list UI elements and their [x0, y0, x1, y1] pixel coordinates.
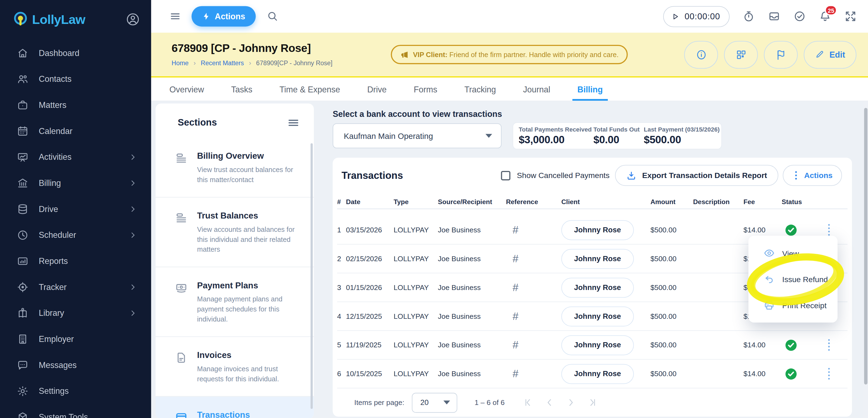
- task-check-icon[interactable]: [793, 10, 806, 23]
- cell-type: LOLLYPAY: [394, 312, 438, 320]
- menu-item-print-receipt[interactable]: Print Receipt: [748, 292, 838, 318]
- timer-widget[interactable]: 00:00:00: [663, 6, 730, 27]
- search-icon[interactable]: [267, 10, 278, 22]
- section-item-trust-balances[interactable]: Trust Balances View accounts and balance…: [156, 198, 314, 267]
- client-pill[interactable]: Johnny Rose: [561, 335, 633, 355]
- prev-page-button[interactable]: [545, 398, 554, 408]
- reference-hash-icon: #: [506, 368, 519, 379]
- inbox-icon[interactable]: [768, 10, 781, 23]
- chevron-right-icon: [129, 179, 136, 187]
- show-cancelled-toggle[interactable]: Show Cancelled Payments: [501, 171, 610, 180]
- breadcrumb-home[interactable]: Home: [172, 60, 188, 66]
- fullscreen-icon[interactable]: [844, 10, 857, 23]
- bank-icon: [17, 176, 29, 189]
- sidebar-item-scheduler[interactable]: Scheduler: [0, 222, 151, 248]
- sidebar-item-employer[interactable]: Employer: [0, 326, 151, 352]
- client-pill[interactable]: Johnny Rose: [561, 249, 633, 268]
- chevron-right-icon: ›: [249, 59, 251, 67]
- chevron-right-icon: [129, 309, 136, 317]
- breadcrumb-recent-matters[interactable]: Recent Matters: [201, 60, 244, 66]
- stopwatch-icon[interactable]: [742, 10, 755, 23]
- section-item-invoices[interactable]: Invoices Manage invoices and trust reque…: [156, 337, 314, 397]
- client-pill[interactable]: Johnny Rose: [561, 306, 633, 326]
- sidebar-item-calendar[interactable]: Calendar: [0, 118, 151, 144]
- sidebar-item-contacts[interactable]: Contacts: [0, 66, 151, 92]
- status-paid-icon: [785, 339, 797, 351]
- qr-code-button[interactable]: [724, 41, 758, 68]
- stat-label: Total Funds Out: [593, 126, 636, 133]
- sections-scrollbar[interactable]: [311, 143, 313, 409]
- cube-icon: [17, 411, 29, 418]
- menu-item-view[interactable]: View: [748, 240, 838, 266]
- tab-journal[interactable]: Journal: [523, 77, 550, 101]
- table-row[interactable]: 6 10/15/2025 LOLLYPAY Joe Business # Joh…: [337, 360, 847, 388]
- page-size-select[interactable]: 20: [412, 392, 457, 412]
- client-pill[interactable]: Johnny Rose: [561, 220, 633, 240]
- tab-time-expense[interactable]: Time & Expense: [280, 77, 340, 101]
- section-item-transactions[interactable]: Transactions View history of funds flow …: [156, 397, 314, 418]
- matter-banner: 678909 [CP - Johnny Rose] Home › Recent …: [151, 33, 868, 77]
- client-pill[interactable]: Johnny Rose: [561, 278, 633, 297]
- col-num: #: [337, 198, 346, 205]
- sidebar-item-label: Library: [39, 308, 64, 318]
- client-pill[interactable]: Johnny Rose: [561, 364, 633, 384]
- vip-label: VIP Client:: [413, 51, 447, 58]
- timer-value: 00:00:00: [684, 11, 720, 22]
- tab-tracking[interactable]: Tracking: [464, 77, 496, 101]
- tab-drive[interactable]: Drive: [367, 77, 386, 101]
- export-report-button[interactable]: Export Transaction Details Report: [615, 165, 778, 186]
- next-page-button[interactable]: [566, 398, 576, 408]
- tab-billing[interactable]: Billing: [577, 77, 602, 101]
- stat-last-payment: Last Payment (03/15/2026) $500.00: [644, 126, 720, 149]
- sidebar-item-matters[interactable]: Matters: [0, 92, 151, 118]
- account-icon[interactable]: [126, 12, 140, 27]
- app-logo[interactable]: LollyLaw: [12, 11, 85, 28]
- show-cancelled-checkbox[interactable]: [501, 171, 510, 180]
- tab-forms[interactable]: Forms: [413, 77, 437, 101]
- sections-menu-icon[interactable]: [287, 117, 300, 129]
- first-page-button[interactable]: [523, 398, 532, 408]
- gear-icon: [17, 385, 29, 397]
- sidebar-item-settings[interactable]: Settings: [0, 378, 151, 404]
- row-menu-icon[interactable]: [826, 337, 832, 353]
- info-button[interactable]: [684, 41, 718, 68]
- sidebar-item-billing[interactable]: Billing: [0, 170, 151, 196]
- cell-amount: $500.00: [650, 254, 693, 263]
- table-row[interactable]: 5 11/19/2025 LOLLYPAY Joe Business # Joh…: [337, 331, 847, 360]
- stat-value: $500.00: [644, 134, 720, 146]
- cell-num: 5: [337, 341, 346, 349]
- menu-toggle-icon[interactable]: [169, 10, 181, 22]
- edit-matter-button[interactable]: Edit: [804, 41, 856, 68]
- row-menu-icon[interactable]: [826, 366, 832, 382]
- cell-amount: $500.00: [650, 341, 693, 349]
- lollipop-logo-icon: [12, 11, 29, 28]
- table-actions-label: Actions: [804, 171, 833, 180]
- notifications[interactable]: 25: [819, 10, 832, 23]
- tab-overview[interactable]: Overview: [169, 77, 204, 101]
- cell-type: LOLLYPAY: [394, 369, 438, 378]
- page-scrollbar[interactable]: [863, 101, 868, 418]
- section-item-billing-overview[interactable]: Billing Overview View trust account bala…: [156, 138, 314, 198]
- tab-tasks[interactable]: Tasks: [231, 77, 252, 101]
- flag-button[interactable]: [764, 41, 798, 68]
- topbar: Actions 00:00:00 25: [151, 0, 868, 33]
- scrollbar-thumb[interactable]: [864, 108, 867, 385]
- last-page-button[interactable]: [588, 398, 597, 408]
- sidebar-item-activities[interactable]: Activities: [0, 144, 151, 170]
- sidebar-item-system-tools[interactable]: System Tools: [0, 404, 151, 418]
- sidebar-item-messages[interactable]: Messages: [0, 352, 151, 378]
- target-icon: [17, 281, 29, 293]
- section-item-payment-plans[interactable]: Payment Plans Manage payment plans and p…: [156, 267, 314, 337]
- menu-item-issue-refund[interactable]: Issue Refund: [748, 266, 838, 292]
- sidebar-item-tracker[interactable]: Tracker: [0, 274, 151, 300]
- table-actions-button[interactable]: Actions: [783, 165, 842, 186]
- quick-actions-button[interactable]: Actions: [191, 6, 256, 26]
- sidebar-item-reports[interactable]: Reports: [0, 248, 151, 274]
- bank-account-select[interactable]: Kaufman Main Operating: [333, 123, 501, 149]
- sidebar-item-library[interactable]: Library: [0, 300, 151, 326]
- sidebar-nav: Dashboard Contacts Matters Calendar Acti…: [0, 40, 151, 418]
- notification-badge: 25: [825, 5, 837, 15]
- sidebar-item-drive[interactable]: Drive: [0, 196, 151, 222]
- sidebar-item-dashboard[interactable]: Dashboard: [0, 40, 151, 66]
- cell-source: Joe Business: [438, 341, 506, 349]
